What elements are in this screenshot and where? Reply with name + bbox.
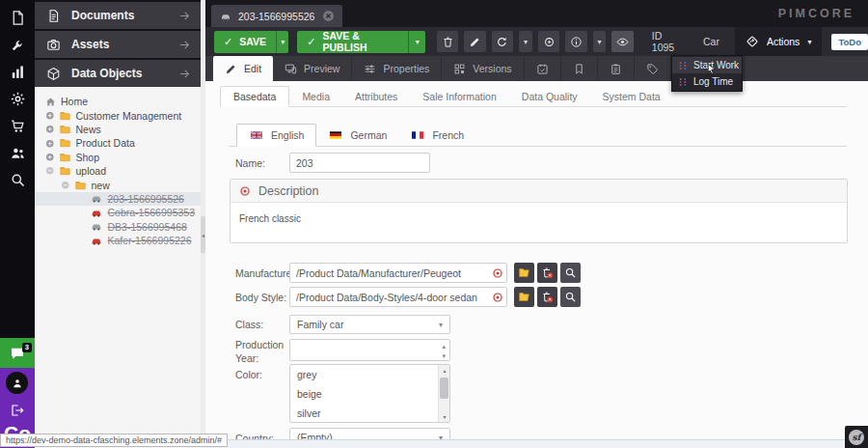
tab-scheduled-tasks[interactable] [525,56,561,81]
locate-in-tree-button[interactable] [538,31,559,52]
class-select[interactable]: Family car▾ [289,315,450,334]
object-id-label: ID 1095 [652,30,685,53]
info-dropdown-caret[interactable]: ▾ [593,31,607,52]
trash-x-icon [541,291,554,303]
tree-node[interactable]: Shop [35,151,201,164]
tree-node[interactable]: Customer Management [35,108,201,122]
manufacturer-clear-button[interactable] [537,263,557,283]
color-option[interactable]: beige [290,384,449,404]
tree-node-label: new [92,180,110,191]
body-style-clear-button[interactable] [537,287,557,307]
documents-file-button[interactable] [0,4,35,31]
menu-item-start-work[interactable]: Start Work [672,57,742,73]
todo-status-badge[interactable]: ToDo [831,34,868,50]
open-preview-button[interactable] [611,31,633,52]
save-publish-button[interactable]: ✓SAVE & PUBLISH ▾ [297,31,425,53]
tree-node[interactable]: new [35,178,201,191]
tree-node[interactable]: News [35,123,201,136]
name-input[interactable] [289,153,430,173]
tab-data-quality[interactable]: Data Quality [509,86,590,106]
listbox-scrollbar[interactable]: ▴ ▾ [438,365,449,422]
tree-node-label: Product Data [76,137,135,149]
production-year-spinner[interactable]: ▴▾ [289,339,450,361]
manufacturer-input[interactable] [289,263,507,283]
panel-label: Documents [71,9,178,22]
tree-node-label: Customer Management [76,110,182,122]
tree-node-label: DB3-1566995468 [108,221,187,233]
tab-versions[interactable]: Versions [442,56,524,81]
users-icon [10,145,26,161]
tree-node[interactable]: Cobra-1566995353 [35,206,201,219]
tab-basedata[interactable]: Basedata [220,86,289,107]
users-button[interactable] [0,139,35,166]
tools-wrench-button[interactable] [0,31,35,58]
manufacturer-target-icon[interactable] [492,267,503,279]
body-style-target-icon[interactable] [492,292,503,303]
language-tab-english[interactable]: English [236,124,316,147]
tab-media[interactable]: Media [289,86,342,106]
save-publish-dropdown-caret[interactable]: ▾ [408,31,425,53]
actions-dropdown-button[interactable]: Actions ▾ [735,27,822,56]
search-button[interactable] [0,166,35,193]
language-tab-french[interactable]: French [398,124,475,146]
settings-gear-button[interactable] [0,85,35,112]
body-style-search-button[interactable] [560,287,581,307]
tab-tags[interactable] [635,56,671,81]
description-text[interactable]: French classic [231,203,847,235]
ecommerce-cart-button[interactable] [0,112,35,139]
user-avatar[interactable] [6,372,28,394]
tree-node[interactable]: Home [35,95,201,108]
close-tab-icon[interactable] [322,10,335,22]
car-icon [90,193,103,204]
body-style-open-folder-button[interactable] [514,287,534,307]
tab-system-data[interactable]: System Data [590,86,673,106]
symfony-profiler-toggle[interactable]: sf [845,426,868,448]
body-style-label: Body Style: [235,292,286,303]
tab-sale-information[interactable]: Sale Information [410,86,508,106]
color-multiselect[interactable]: greybeigesilver ▴ ▾ [289,364,450,423]
scroll-up-icon[interactable]: ▴ [439,365,450,376]
body-style-input[interactable] [289,287,507,307]
tab-bookmark[interactable] [561,56,598,81]
manufacturer-search-button[interactable] [560,263,581,283]
color-option[interactable]: silver [290,404,449,423]
delete-button[interactable] [437,31,458,52]
name-label: Name: [235,157,265,169]
reports-chart-button[interactable] [0,58,35,85]
menu-item-log-time[interactable]: Log Time [672,73,742,90]
bottom-edge-strip [201,439,868,448]
tree-node[interactable]: upload [35,164,201,178]
tree-node[interactable]: Kafer-1566995226 [35,234,201,247]
color-option[interactable]: grey [290,365,449,384]
tab-edit[interactable]: Edit [213,56,273,81]
tag-icon [646,63,659,75]
tab-properties[interactable]: Properties [352,56,442,81]
language-tab-german[interactable]: German [316,124,398,146]
splitter-collapse-handle[interactable]: ◂ [201,216,205,253]
manufacturer-open-folder-button[interactable] [514,263,534,283]
sidebar-splitter[interactable]: ◂ [201,0,205,448]
expand-plus-icon [45,111,55,121]
accordion-panel-assets[interactable]: Assets [35,31,201,58]
open-object-tab[interactable]: 203-1566995526 [211,5,342,27]
notifications-chat-button[interactable]: 3 [0,338,35,368]
tab-preview[interactable]: Preview [273,56,352,81]
accordion-panel-data-objects[interactable]: Data Objects [35,60,201,87]
tree-node[interactable]: DB3-1566995468 [35,220,201,234]
logout-button[interactable] [10,403,25,418]
scroll-thumb[interactable] [440,378,448,399]
rename-button[interactable] [464,31,485,52]
scroll-down-icon[interactable]: ▾ [439,411,450,422]
accordion-panel-documents[interactable]: Documents [35,2,201,29]
tab-notes-events[interactable] [598,56,635,81]
tab-attributes[interactable]: Attributes [342,86,410,106]
tree-node[interactable]: 203-1566995526 [35,192,201,206]
diamond-arrow-icon [746,35,759,48]
info-button[interactable] [565,31,586,52]
reload-dropdown-caret[interactable]: ▾ [519,31,532,52]
tree-node[interactable]: Product Data [35,136,201,150]
reload-button[interactable] [492,31,513,52]
save-button[interactable]: ✓SAVE ▾ [214,31,288,53]
spinner-arrows[interactable]: ▴▾ [442,341,446,360]
save-dropdown-caret[interactable]: ▾ [276,31,288,53]
